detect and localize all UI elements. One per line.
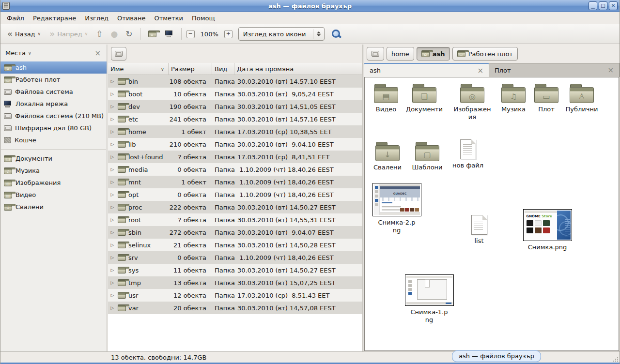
menu-item-Помощ[interactable]: Помощ <box>187 13 219 23</box>
icon-view-item-list[interactable]: list <box>457 215 501 245</box>
icon-view-item-Документи[interactable]: ❏Документи <box>403 84 446 113</box>
column-header-Размер[interactable]: Размер <box>169 63 212 75</box>
sidebar-item-Документи[interactable]: ❏Документи <box>0 152 107 165</box>
column-header-Вид[interactable]: Вид <box>212 63 234 75</box>
sidebar-item-Работен плот[interactable]: ▭Работен плот <box>0 74 107 86</box>
expander-icon[interactable]: ▷ <box>109 255 115 260</box>
table-row-var[interactable]: ▷var20 обектаПапка30.03.2010 (вт) 14,57,… <box>108 302 362 314</box>
expander-icon[interactable]: ▷ <box>109 293 115 298</box>
icon-view-item-Видео[interactable]: ▤Видео <box>364 84 408 113</box>
icon-view-item-Снимка-2.png[interactable]: GUADECСнимка-2.png <box>372 183 422 234</box>
sidebar-item-Изображения[interactable]: ◎Изображения <box>0 177 107 189</box>
home-button[interactable]: ⌂ <box>145 29 159 39</box>
search-icon[interactable] <box>331 29 341 39</box>
table-row-proc[interactable]: ▷proc222 обектаПапка30.03.2010 (вт) 14,5… <box>108 201 362 213</box>
expander-icon[interactable]: ▷ <box>109 117 115 121</box>
table-row-selinux[interactable]: ▷selinux21 обектаПапка30.03.2010 (вт) 14… <box>108 239 362 251</box>
zoom-out-button[interactable]: − <box>186 30 195 38</box>
tab-Плот[interactable]: Плот× <box>489 63 620 77</box>
reload-button[interactable]: ↻ <box>123 29 135 40</box>
sidebar-item-Файлова система (210 MB)[interactable]: Файлова система (210 MB) <box>0 110 107 122</box>
tab-ash[interactable]: ash× <box>364 63 489 77</box>
expander-icon[interactable]: ▷ <box>109 104 115 109</box>
zoom-in-button[interactable]: + <box>224 30 232 38</box>
expander-icon[interactable]: ▷ <box>109 192 115 197</box>
expander-icon[interactable]: ▷ <box>109 205 115 210</box>
icon-view-item-Публични[interactable]: ♙Публични <box>560 84 604 113</box>
breadcrumb-button-home[interactable]: home <box>387 47 414 61</box>
expander-icon[interactable]: ▷ <box>109 280 115 285</box>
table-row-usr[interactable]: ▷usr12 обектаПапка17.03.2010 (ср) 8,51,4… <box>108 289 362 302</box>
menu-item-Редактиране[interactable]: Редактиране <box>29 13 80 23</box>
tab-close-icon[interactable]: × <box>607 66 614 75</box>
close-button[interactable]: ✕ <box>609 1 618 10</box>
table-row-srv[interactable]: ▷srv0 обектаПапка 1.10.2009 (чт) 18,40,2… <box>108 251 362 264</box>
table-row-tmp[interactable]: ▷tmp13 обектаПапка30.03.2010 (вт) 15,07,… <box>108 276 362 289</box>
sidebar-item-Шифриран дял (80 GB)[interactable]: Шифриран дял (80 GB) <box>0 122 107 134</box>
sidebar-mode-caret-icon[interactable]: ∨ <box>28 51 31 56</box>
view-mode-select[interactable]: Изглед като икони <box>238 27 325 41</box>
table-row-sbin[interactable]: ▷sbin272 обектаПапка30.03.2010 (вт) 9,04… <box>108 226 362 239</box>
icon-view-item-нов файл[interactable]: нов файл <box>446 139 490 169</box>
sidebar-item-Файлова система[interactable]: Файлова система <box>0 86 107 98</box>
expander-icon[interactable]: ▷ <box>109 79 115 84</box>
table-row-dev[interactable]: ▷dev190 обектаПапка30.03.2010 (вт) 14,51… <box>108 100 362 113</box>
expander-icon[interactable]: ▷ <box>109 91 115 96</box>
sidebar-title[interactable]: Места <box>5 49 26 57</box>
sidebar-item-Свалени[interactable]: ↓Свалени <box>0 201 107 213</box>
sidebar-item-ash[interactable]: ⌂ash <box>0 61 107 74</box>
expander-icon[interactable]: ▷ <box>109 142 115 147</box>
column-header-Дата на промяна[interactable]: Дата на промяна <box>234 63 362 75</box>
breadcrumb-button-ash[interactable]: ⌂ash <box>417 47 450 61</box>
expander-icon[interactable]: ▷ <box>109 129 115 134</box>
table-row-lib[interactable]: ▷lib210 обектаПапка30.03.2010 (вт) 9,04,… <box>108 138 362 151</box>
icon-view-item-Снимка-1.png[interactable]: Снимка-1.png <box>404 274 454 323</box>
icon-view-item-Изображения[interactable]: ◎Изображения <box>450 84 494 121</box>
forward-button[interactable]: » Напред ∨ <box>46 28 91 40</box>
expander-icon[interactable]: ▷ <box>109 230 115 235</box>
expander-icon[interactable]: ▷ <box>109 243 115 247</box>
expander-icon[interactable]: ▷ <box>109 180 115 184</box>
maximize-button[interactable]: □ <box>599 1 607 10</box>
expander-icon[interactable]: ▷ <box>109 167 115 172</box>
table-row-root[interactable]: ▷root? обектаПапка30.03.2010 (вт) 14,55,… <box>108 213 362 226</box>
icon-view-item-Снимка.png[interactable]: GNOME StoreСнимка.png <box>522 209 573 251</box>
back-button[interactable]: « Назад ∨ <box>4 28 44 40</box>
sidebar-item-Видео[interactable]: ▤Видео <box>0 189 107 201</box>
menu-item-Отиване[interactable]: Отиване <box>113 13 150 23</box>
computer-button[interactable] <box>162 29 176 39</box>
expander-icon[interactable]: ▷ <box>109 154 115 159</box>
menu-item-Отметки[interactable]: Отметки <box>150 13 187 23</box>
table-row-opt[interactable]: ▷opt0 обектаПапка 1.10.2009 (чт) 18,40,2… <box>108 188 362 201</box>
sidebar-close-icon[interactable]: × <box>94 49 101 58</box>
sidebar-item-Музика[interactable]: ♫Музика <box>0 165 107 177</box>
icon-view[interactable]: ▤Видео❏Документи◎Изображения♫Музика▭Плот… <box>364 77 619 351</box>
sidebar-item-Кошче[interactable]: Кошче <box>0 134 107 146</box>
view-mode-stepper-icon[interactable] <box>313 31 324 36</box>
breadcrumb-button-root[interactable] <box>367 47 384 61</box>
table-row-home[interactable]: ▷home1 обектПапка17.03.2010 (ср) 10,38,5… <box>108 125 362 138</box>
table-row-sys[interactable]: ▷sys11 обектаПапка30.03.2010 (вт) 14,50,… <box>108 264 362 276</box>
table-row-etc[interactable]: ▷etc241 обектаПапка30.03.2010 (вт) 14,57… <box>108 113 362 125</box>
tree-root-button[interactable] <box>111 47 126 61</box>
expander-icon[interactable]: ▷ <box>109 217 115 222</box>
menu-item-Файл[interactable]: Файл <box>2 13 29 23</box>
up-button[interactable]: ⇧ <box>93 29 105 40</box>
table-row-boot[interactable]: ▷boot10 обектаПапка30.03.2010 (вт) 9,05,… <box>108 88 362 100</box>
window-titlebar[interactable]: ash — файлов браузър ▁ □ ✕ <box>0 0 620 12</box>
table-row-bin[interactable]: ▷bin108 обектаПапка30.03.2010 (вт) 14,57… <box>108 75 362 88</box>
table-row-media[interactable]: ▷media0 обектаПапка 1.10.2009 (чт) 18,40… <box>108 163 362 176</box>
tab-close-icon[interactable]: × <box>477 66 483 75</box>
stop-button[interactable]: ● <box>108 29 121 40</box>
expander-icon[interactable]: ▷ <box>109 268 115 273</box>
sidebar-item-Локална мрежа[interactable]: Локална мрежа <box>0 98 107 110</box>
icon-view-item-Свалени[interactable]: ↓Свалени <box>366 142 409 171</box>
table-row-mnt[interactable]: ▷mnt1 обектПапка 1.10.2009 (чт) 18,40,26… <box>108 176 362 188</box>
table-row-lost+found[interactable]: ▷lost+found? обектаПапка17.03.2010 (ср) … <box>108 151 362 163</box>
column-header-Име[interactable]: Име∨ <box>108 63 169 75</box>
expander-icon[interactable]: ▷ <box>109 305 115 310</box>
minimize-button[interactable]: ▁ <box>589 1 597 10</box>
menu-item-Изглед[interactable]: Изглед <box>80 13 113 23</box>
icon-view-item-Шаблони[interactable]: ▢Шаблони <box>405 142 449 171</box>
breadcrumb-button-Работен плот[interactable]: ▭Работен плот <box>452 47 518 61</box>
